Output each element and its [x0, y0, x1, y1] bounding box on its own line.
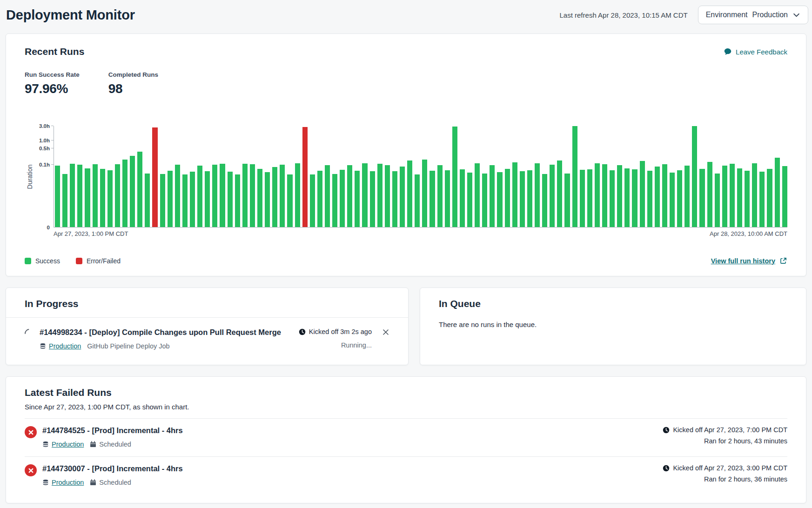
run-bar-success[interactable]	[580, 170, 585, 227]
run-bar-success[interactable]	[325, 165, 330, 227]
environment-tag[interactable]: Production	[40, 342, 81, 350]
run-bar-success[interactable]	[460, 169, 465, 227]
run-bar-success[interactable]	[490, 165, 495, 227]
run-bar-success[interactable]	[317, 171, 322, 227]
run-bar-success[interactable]	[767, 169, 772, 227]
run-bar-success[interactable]	[572, 126, 577, 227]
run-bar-success[interactable]	[677, 170, 682, 227]
run-bar-success[interactable]	[497, 172, 502, 227]
run-bar-success[interactable]	[280, 165, 285, 227]
run-bar-success[interactable]	[684, 166, 690, 227]
run-bar-success[interactable]	[220, 164, 225, 227]
run-bar-success[interactable]	[77, 165, 82, 227]
run-bar-success[interactable]	[670, 173, 675, 227]
run-bar-success[interactable]	[190, 172, 195, 227]
run-bar-success[interactable]	[730, 164, 735, 227]
run-bar-success[interactable]	[100, 169, 105, 227]
run-bar-success[interactable]	[362, 163, 367, 227]
run-bar-success[interactable]	[550, 165, 555, 227]
run-bar-success[interactable]	[175, 165, 180, 227]
environment-tag[interactable]: Production	[42, 479, 84, 486]
run-bar-success[interactable]	[377, 164, 383, 227]
view-full-run-history-link[interactable]: View full run history	[711, 257, 787, 265]
run-bar-success[interactable]	[212, 165, 217, 227]
run-bar-success[interactable]	[332, 174, 337, 227]
run-bar-success[interactable]	[137, 152, 142, 227]
run-bar-success[interactable]	[542, 174, 547, 227]
run-bar-success[interactable]	[640, 161, 645, 227]
run-bar-failed[interactable]	[302, 127, 308, 227]
run-bar-success[interactable]	[422, 160, 427, 227]
run-bar-success[interactable]	[130, 156, 135, 227]
run-bar-success[interactable]	[107, 170, 113, 227]
leave-feedback-link[interactable]: Leave Feedback	[724, 47, 787, 56]
run-bar-success[interactable]	[737, 168, 742, 227]
environment-link[interactable]: Production	[49, 342, 81, 350]
run-bar-success[interactable]	[602, 164, 607, 227]
environment-tag[interactable]: Production	[42, 441, 84, 448]
run-bar-success[interactable]	[707, 162, 712, 227]
run-bar-success[interactable]	[168, 171, 173, 227]
run-bar-success[interactable]	[520, 171, 525, 227]
run-bar-success[interactable]	[242, 164, 248, 227]
run-bar-success[interactable]	[437, 165, 443, 227]
run-bar-success[interactable]	[145, 174, 150, 227]
run-bar-success[interactable]	[429, 171, 435, 227]
run-bar-success[interactable]	[340, 170, 345, 227]
cancel-run-button[interactable]	[382, 328, 389, 336]
run-bar-success[interactable]	[295, 163, 300, 227]
run-bar-success[interactable]	[655, 167, 660, 227]
run-bar-success[interactable]	[512, 162, 517, 227]
run-bar-success[interactable]	[257, 169, 262, 227]
run-bar-success[interactable]	[759, 172, 765, 227]
run-bar-success[interactable]	[355, 171, 360, 227]
run-bar-success[interactable]	[415, 174, 420, 227]
run-bar-success[interactable]	[587, 169, 592, 227]
run-bar-success[interactable]	[445, 170, 450, 227]
run-bar-failed[interactable]	[152, 127, 157, 227]
run-bar-success[interactable]	[55, 166, 60, 227]
run-bar-success[interactable]	[752, 163, 757, 227]
run-bar-success[interactable]	[115, 164, 120, 227]
run-bar-success[interactable]	[235, 174, 240, 227]
run-bar-success[interactable]	[782, 166, 787, 227]
run-bar-success[interactable]	[385, 165, 390, 227]
run-bar-success[interactable]	[647, 171, 652, 227]
run-bar-success[interactable]	[287, 174, 292, 227]
run-bar-success[interactable]	[745, 171, 750, 227]
run-bar-success[interactable]	[228, 172, 233, 227]
run-bar-success[interactable]	[610, 170, 615, 227]
run-bar-success[interactable]	[392, 171, 397, 227]
run-bar-success[interactable]	[624, 168, 630, 227]
run-bar-success[interactable]	[632, 169, 637, 227]
run-bar-success[interactable]	[62, 174, 67, 227]
environment-dropdown[interactable]: Environment Production	[698, 6, 808, 24]
run-bar-success[interactable]	[527, 170, 532, 227]
run-bar-success[interactable]	[310, 174, 315, 227]
run-bar-success[interactable]	[467, 173, 472, 227]
run-bar-success[interactable]	[407, 160, 412, 227]
run-bar-success[interactable]	[347, 165, 352, 227]
run-bar-success[interactable]	[535, 163, 540, 227]
run-bar-success[interactable]	[85, 168, 90, 227]
run-bar-success[interactable]	[715, 174, 720, 227]
run-bar-success[interactable]	[182, 174, 188, 227]
run-bar-success[interactable]	[699, 169, 705, 227]
run-bar-success[interactable]	[197, 166, 202, 227]
run-bar-success[interactable]	[272, 167, 277, 227]
run-bar-success[interactable]	[722, 166, 727, 227]
run-bar-success[interactable]	[595, 163, 600, 227]
run-bar-success[interactable]	[160, 174, 165, 227]
run-bar-success[interactable]	[93, 164, 98, 227]
run-bar-success[interactable]	[122, 160, 128, 227]
run-bar-success[interactable]	[205, 171, 210, 227]
run-bar-success[interactable]	[482, 174, 487, 227]
run-bar-success[interactable]	[400, 167, 405, 227]
run-bar-success[interactable]	[250, 164, 255, 227]
environment-link[interactable]: Production	[52, 441, 84, 448]
run-bar-success[interactable]	[557, 160, 562, 227]
environment-link[interactable]: Production	[52, 479, 84, 486]
run-bar-success[interactable]	[370, 171, 375, 227]
run-bar-success[interactable]	[475, 163, 480, 227]
run-bar-success[interactable]	[505, 169, 510, 227]
